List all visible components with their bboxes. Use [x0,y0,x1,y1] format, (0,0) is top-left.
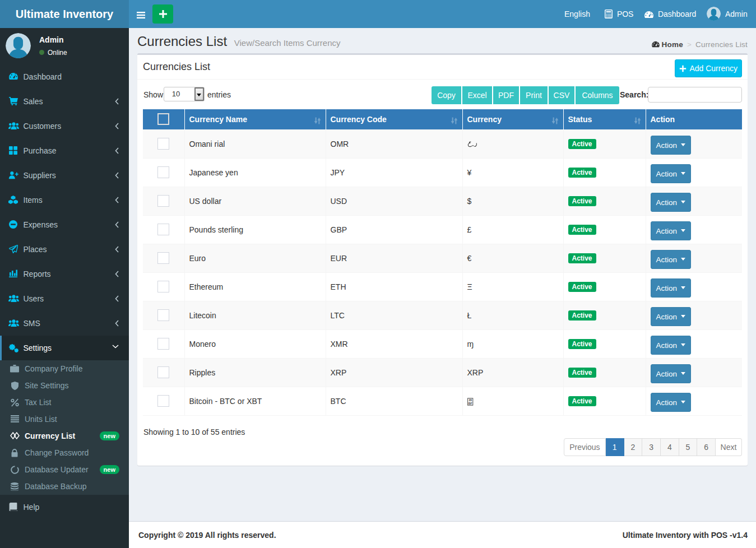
svg-text:BF: BF [468,402,472,405]
